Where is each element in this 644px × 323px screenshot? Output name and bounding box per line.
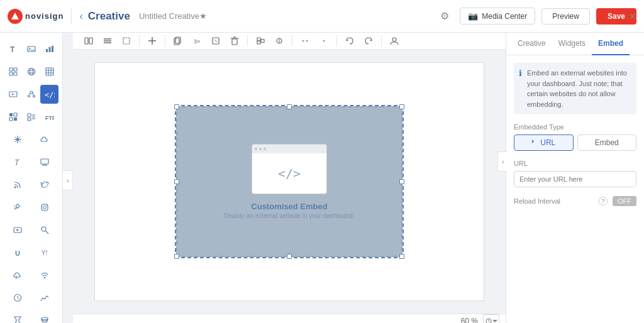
toolbar-icon-redo[interactable] [360,33,377,49]
sidebar-icon-ftp[interactable]: FTP [40,107,58,126]
toolbar-icon-copy2[interactable] [208,33,224,49]
toolbar-icon-align2[interactable] [271,33,287,49]
svg-rect-33 [28,118,31,121]
sidebar-icon-youtube[interactable] [8,221,27,239]
sidebar-icon-media[interactable] [4,85,22,104]
sidebar-icon-search[interactable] [35,221,54,239]
browser-bar [252,145,326,153]
sidebar-icon-hourglass[interactable] [8,311,27,323]
resize-handle-mr[interactable] [399,179,404,184]
sidebar-icon-instagram[interactable] [35,198,54,217]
canvas-bottom-bar: 60 % [73,314,506,323]
tab-widgets[interactable]: Widgets [552,33,592,55]
sidebar-icon-table[interactable] [40,62,58,81]
sidebar-icon-wifi[interactable] [35,266,54,285]
logo-icon [8,9,23,24]
sidebar-icon-list[interactable] [22,107,40,126]
sidebar-row [0,173,62,196]
sidebar-icon-data[interactable] [35,311,54,323]
toolbar-icon-rows[interactable] [99,33,116,49]
sidebar-icon-chart[interactable] [40,40,58,58]
sidebar-row [0,60,62,83]
right-collapse-button[interactable]: › [497,151,508,172]
sidebar-icon-globe[interactable] [22,62,40,81]
sidebar-icon-grid[interactable] [4,62,22,81]
toolbar-icon-delete[interactable] [226,33,243,49]
svg-point-22 [30,91,33,94]
sidebar-icon-text2[interactable]: T [8,153,27,172]
sidebar-icon-image[interactable] [22,40,40,58]
url-field-label: URL [514,160,636,167]
sidebar-icon-yahoo[interactable]: Y! [35,243,54,262]
toolbar-icon-copy1[interactable] [170,33,186,49]
url-type-button[interactable]: URL [514,134,574,151]
zoom-level: 60 % [461,317,478,323]
svg-point-49 [16,205,19,208]
back-button[interactable]: ‹ [79,11,82,22]
sidebar-row: U Y! [0,241,62,264]
close-button[interactable]: ✕ [621,0,644,32]
resize-handle-bl[interactable] [174,254,179,259]
toolbar-icon-num[interactable]: 3× [189,33,205,49]
resize-handle-ml[interactable] [174,179,179,184]
svg-marker-102 [492,320,497,322]
svg-rect-7 [9,68,13,71]
canvas-area: 3× [73,33,506,323]
resize-handle-bm[interactable] [287,254,292,259]
sidebar-icon-snowflake[interactable] [8,130,27,149]
sidebar-icon-weather[interactable] [8,198,27,217]
svg-marker-69 [14,317,21,323]
sidebar-row [0,287,62,309]
sidebar-icon-cloud2[interactable] [8,266,27,285]
resize-handle-tr[interactable] [399,104,404,109]
url-input[interactable] [514,171,636,187]
media-center-button[interactable]: 📷 Media Center [460,8,535,25]
embed-preview-box: </> [252,144,327,194]
toolbar-icon-dot2[interactable] [316,33,332,49]
toolbar-icon-dot1[interactable] [297,33,313,49]
toolbar-icon-columns[interactable] [80,33,97,49]
toolbar-icon-user[interactable] [386,33,402,49]
sidebar-icon-embed[interactable]: </> [40,85,58,104]
page-title: Creative [88,10,130,23]
reload-toggle[interactable]: OFF [613,196,636,206]
sidebar-icon-monitor[interactable] [35,153,54,172]
camera-icon: 📷 [468,11,478,21]
svg-point-94 [306,40,308,42]
resize-handle-tm[interactable] [287,104,292,109]
embed-widget[interactable]: </> Customised Embed Display an external… [176,106,402,257]
sidebar-icon-rss[interactable] [8,175,27,194]
sidebar-row [0,196,62,219]
sidebar-icon-text[interactable]: T [4,40,22,58]
toolbar-icon-align1[interactable] [252,33,269,49]
svg-rect-89 [257,41,260,44]
svg-line-25 [29,93,30,96]
resize-handle-br[interactable] [399,254,404,259]
info-box: ℹ Embed an external websites into your d… [514,63,636,114]
resize-handle-tl[interactable] [174,104,179,109]
tab-creative[interactable]: Creative [511,33,552,55]
tab-embed[interactable]: Embed [592,33,630,55]
toolbar-icon-add[interactable] [144,33,160,49]
left-collapse-button[interactable]: › [63,170,73,190]
gear-button[interactable]: ⚙ [436,8,453,25]
sidebar-icon-clock[interactable] [8,288,27,307]
svg-point-11 [28,68,35,75]
sidebar-icon-social[interactable] [22,85,40,104]
sidebar-icon-cloud[interactable] [35,130,54,149]
sidebar-icon-twitter[interactable] [35,175,54,194]
toolbar-icon-undo[interactable] [341,33,358,49]
svg-rect-30 [9,118,13,121]
sidebar-icon-widget[interactable] [4,107,22,126]
preview-button[interactable]: Preview [541,8,590,25]
svg-line-60 [45,231,48,234]
toolbar-icon-border[interactable] [118,33,135,49]
sidebar-icon-analytics[interactable] [35,288,54,307]
svg-point-12 [30,68,33,75]
embed-type-button[interactable]: Embed [577,134,637,151]
canvas-bg[interactable]: </> Customised Embed Display an external… [94,62,484,301]
svg-marker-21 [12,94,14,96]
zoom-settings-button[interactable] [483,314,499,323]
sidebar-icon-u[interactable]: U [8,243,27,262]
svg-marker-58 [16,229,19,231]
